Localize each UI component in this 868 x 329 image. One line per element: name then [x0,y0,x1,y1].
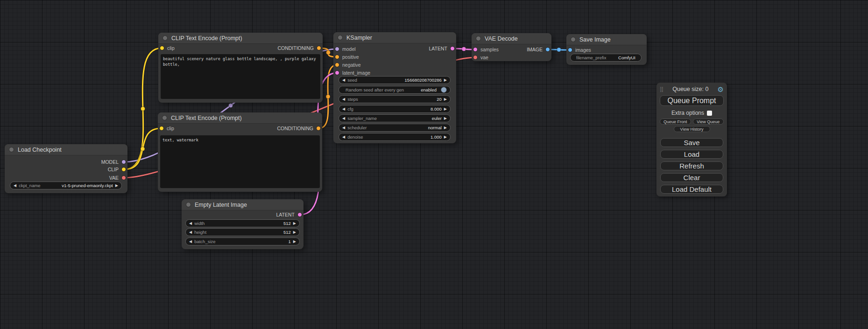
input-port-clip: clip [160,45,175,51]
load-default-button[interactable]: Load Default [660,185,723,194]
node-collapse-dot[interactable] [476,36,481,41]
refresh-button[interactable]: Refresh [660,161,723,170]
node-title: CLIP Text Encode (Prompt) [171,35,242,42]
input-port-dot-clip[interactable] [159,126,164,131]
output-port-vae: VAE [109,175,126,181]
input-port-dot-images[interactable] [568,48,572,52]
output-port-dot-image[interactable] [545,47,550,52]
seed-widget[interactable]: ◀ seed 156680208700286 ▶ [339,76,451,84]
stepper-right-icon[interactable]: ▶ [293,240,296,244]
stepper-left-icon[interactable]: ◀ [14,184,16,188]
node-collapse-dot[interactable] [162,35,168,41]
node-clip-text-encode-1[interactable]: CLIP Text Encode (Prompt) clip CONDITION… [158,33,323,103]
widget-value: normal [428,125,442,130]
stepper-right-icon[interactable]: ▶ [444,135,447,139]
clear-button[interactable]: Clear [660,173,723,182]
output-port-dot-vae[interactable] [121,175,126,180]
stepper-left-icon[interactable]: ◀ [342,78,345,82]
node-header[interactable]: VAE Decode [472,33,551,44]
input-port-dot-vae[interactable] [473,55,478,60]
random-seed-toggle-widget[interactable]: Random seed after every gen enabled [339,86,451,94]
stepper-right-icon[interactable]: ▶ [444,78,447,82]
node-collapse-dot[interactable] [9,147,14,152]
output-port-dot-latent[interactable] [450,46,455,51]
stepper-left-icon[interactable]: ◀ [342,98,345,101]
sampler-name-widget[interactable]: ◀ sampler_name euler ▶ [339,114,451,122]
stepper-left-icon[interactable]: ◀ [189,231,192,234]
node-empty-latent-image[interactable]: Empty Latent Image LATENT ◀ width 512 ▶ … [182,199,303,249]
node-collapse-dot[interactable] [571,37,576,42]
steps-widget[interactable]: ◀ steps 20 ▶ [339,95,451,103]
cfg-widget[interactable]: ◀ cfg 8.000 ▶ [339,105,451,113]
input-port-dot-positive[interactable] [335,55,339,59]
queue-prompt-button[interactable]: Queue Prompt [660,95,724,106]
queue-size-label: Queue size: 0 [663,86,717,92]
input-port-dot-model[interactable] [335,47,339,51]
output-port-dot-latent[interactable] [297,212,302,217]
node-graph-canvas[interactable]: Load Checkpoint MODEL CLIP VAE ◀ ckpt_na… [0,0,868,329]
output-port-conditioning: CONDITIONING [277,45,321,51]
stepper-right-icon[interactable]: ▶ [115,184,118,188]
port-label: CLIP [108,167,119,172]
save-button[interactable]: Save [660,138,723,147]
output-port-dot-conditioning[interactable] [316,126,321,131]
stepper-right-icon[interactable]: ▶ [293,231,296,234]
stepper-left-icon[interactable]: ◀ [342,107,345,111]
stepper-left-icon[interactable]: ◀ [189,222,192,225]
width-widget[interactable]: ◀ width 512 ▶ [185,219,300,227]
stepper-right-icon[interactable]: ▶ [444,98,447,101]
batch-size-widget[interactable]: ◀ batch_size 1 ▶ [185,238,300,245]
prompt-textarea[interactable]: text, watermark [160,135,320,188]
input-port-dot-samples[interactable] [473,47,478,52]
output-port-dot-clip[interactable] [121,167,126,172]
view-queue-button[interactable]: View Queue [693,119,724,125]
prompt-textarea[interactable]: beautiful scenery nature glass bottle la… [161,54,320,99]
node-vae-decode[interactable]: VAE Decode samples vae IMAGE [472,33,551,61]
node-ksampler[interactable]: KSampler model positive negative latent_… [333,32,456,143]
node-collapse-dot[interactable] [162,115,167,120]
denoise-widget[interactable]: ◀ denoise 1.000 ▶ [339,133,451,141]
height-widget[interactable]: ◀ height 512 ▶ [185,228,300,236]
queue-front-button[interactable]: Queue Front [660,119,691,125]
widget-value: 512 [283,221,291,226]
stepper-left-icon[interactable]: ◀ [342,135,345,139]
node-title: Empty Latent Image [195,202,247,208]
output-port-dot-conditioning[interactable] [317,46,321,50]
node-header[interactable]: Load Checkpoint [5,144,127,155]
stepper-right-icon[interactable]: ▶ [444,107,447,111]
stepper-left-icon[interactable]: ◀ [342,126,345,130]
node-clip-text-encode-2[interactable]: CLIP Text Encode (Prompt) clip CONDITION… [158,112,322,192]
node-header[interactable]: KSampler [333,32,456,43]
stepper-right-icon[interactable]: ▶ [293,222,296,225]
widget-label: steps [347,97,358,102]
node-load-checkpoint[interactable]: Load Checkpoint MODEL CLIP VAE ◀ ckpt_na… [5,144,127,193]
stepper-right-icon[interactable]: ▶ [444,117,447,120]
filename-prefix-widget[interactable]: filename_prefix ComfyUI [570,54,642,62]
node-save-image[interactable]: Save Image images filename_prefix ComfyU… [566,34,647,65]
gear-icon[interactable]: ⚙ [718,86,724,93]
node-header[interactable]: CLIP Text Encode (Prompt) [158,112,322,124]
extra-options-checkbox[interactable] [707,111,712,116]
toggle-indicator[interactable] [441,87,447,93]
ckpt-name-widget[interactable]: ◀ ckpt_name v1-5-pruned-emaonly.ckpt ▶ [10,182,122,189]
node-header[interactable]: CLIP Text Encode (Prompt) [158,33,323,44]
output-port-dot-model[interactable] [121,160,126,164]
node-collapse-dot[interactable] [338,35,343,40]
port-label: model [342,46,356,52]
view-history-button[interactable]: View History [674,126,710,132]
port-label: latent_image [342,70,370,76]
stepper-right-icon[interactable]: ▶ [444,126,447,130]
input-port-vae: vae [473,55,488,60]
node-header[interactable]: Empty Latent Image [182,199,303,210]
stepper-left-icon[interactable]: ◀ [342,117,345,120]
input-port-dot-negative[interactable] [335,63,339,67]
stepper-left-icon[interactable]: ◀ [189,240,192,244]
node-header[interactable]: Save Image [566,34,647,45]
scheduler-widget[interactable]: ◀ scheduler normal ▶ [339,124,451,132]
drag-handle-icon[interactable]: ⣿ [660,86,663,92]
load-button[interactable]: Load [660,150,723,159]
input-port-dot-clip[interactable] [160,46,164,50]
comfy-menu-panel[interactable]: ⣿ Queue size: 0 ⚙ Queue Prompt Extra opt… [656,83,727,196]
input-port-dot-latent-image[interactable] [335,70,339,75]
node-collapse-dot[interactable] [186,202,191,207]
